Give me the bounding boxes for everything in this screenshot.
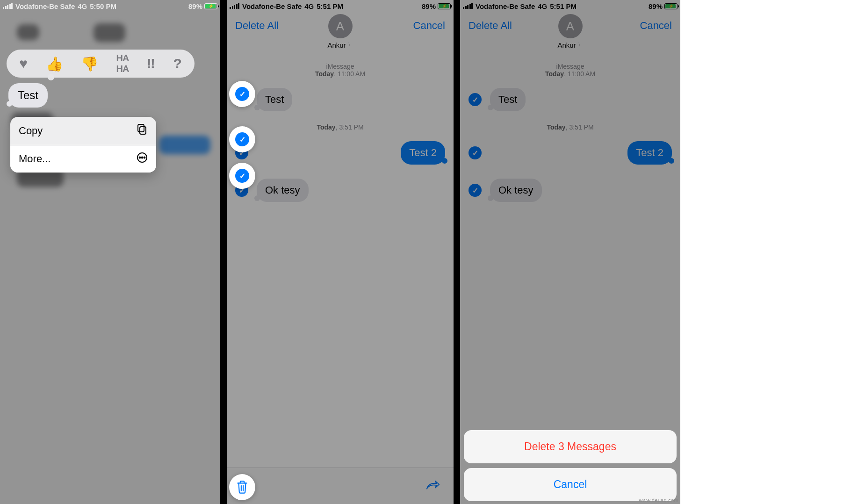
- context-copy[interactable]: Copy: [10, 117, 156, 145]
- context-more-label: More...: [19, 153, 50, 165]
- context-copy-label: Copy: [19, 125, 43, 137]
- tapback-bar: ♥ 👍 👎 HAHA ‼ ?: [7, 50, 195, 78]
- battery-pct: 89%: [188, 2, 202, 10]
- selected-message-bubble: Test: [8, 83, 48, 108]
- message-text: Test: [18, 89, 38, 101]
- more-icon: [137, 152, 148, 166]
- delete-messages-button[interactable]: Delete 3 Messages: [464, 430, 677, 463]
- highlight-check-2: ✓: [229, 126, 255, 152]
- screenshot-3: Vodafone-Be Safe 4G 5:51 PM 89% ⚡ Delete…: [460, 0, 680, 504]
- exclaim-icon[interactable]: ‼: [147, 56, 155, 72]
- action-sheet-cancel-button[interactable]: Cancel: [464, 468, 677, 501]
- signal-icon: [3, 3, 13, 9]
- svg-point-5: [144, 157, 145, 158]
- battery-icon: ⚡: [204, 3, 217, 9]
- action-sheet: Delete 3 Messages Cancel: [464, 430, 677, 501]
- heart-icon[interactable]: ♥: [19, 56, 28, 72]
- highlight-trash: [229, 474, 255, 500]
- carrier-label: Vodafone-Be Safe: [15, 2, 75, 10]
- screenshot-1: Vodafone-Be Safe 4G 5:50 PM 89% ⚡ ♥ 👍 👎 …: [0, 0, 220, 504]
- question-icon[interactable]: ?: [173, 56, 181, 72]
- watermark: www.deuaq.com: [639, 497, 678, 503]
- thumbs-down-icon[interactable]: 👎: [81, 56, 98, 72]
- screenshot-2: Vodafone-Be Safe 4G 5:51 PM 89% ⚡ Delete…: [227, 0, 454, 504]
- haha-icon[interactable]: HAHA: [116, 53, 129, 74]
- highlight-check-1: ✓: [229, 81, 255, 107]
- thumbs-up-icon[interactable]: 👍: [46, 56, 63, 72]
- network-label: 4G: [78, 2, 87, 10]
- svg-point-3: [139, 157, 141, 158]
- context-more[interactable]: More...: [10, 145, 156, 173]
- svg-rect-1: [138, 124, 144, 132]
- highlight-check-3: ✓: [229, 163, 255, 189]
- svg-rect-0: [140, 127, 146, 134]
- svg-point-4: [142, 157, 143, 158]
- clock: 5:50 PM: [90, 2, 116, 10]
- context-menu: Copy More...: [10, 117, 156, 173]
- copy-icon: [137, 123, 148, 138]
